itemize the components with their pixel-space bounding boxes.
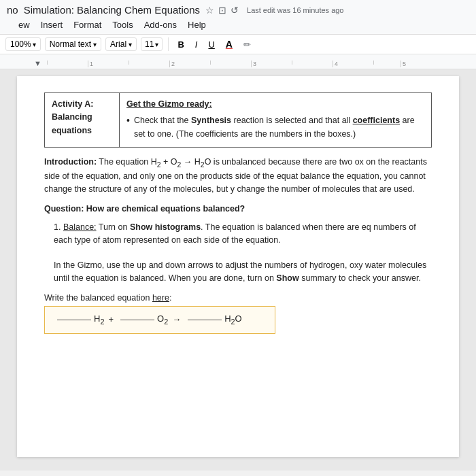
last-edit-text: Last edit was 16 minutes ago: [247, 6, 343, 14]
bullet-text-1: Check that the Synthesis reaction is sel…: [134, 114, 424, 141]
menu-insert[interactable]: Insert: [36, 18, 68, 31]
font-value: Arial: [110, 39, 126, 49]
activity-table: Activity A: Balancing equations Get the …: [44, 92, 432, 148]
mol-h2: H2: [94, 312, 104, 327]
menu-help[interactable]: Help: [183, 18, 211, 31]
menu-format[interactable]: Format: [69, 18, 106, 31]
toolbar-divider-1: [168, 37, 169, 51]
ruler-left-arrow: ▼: [34, 59, 41, 67]
numbered-item-1: 1. Balance: Turn on Show histograms. The…: [54, 221, 432, 285]
zoom-value: 100%: [10, 39, 31, 49]
star-icon[interactable]: ☆: [205, 5, 214, 16]
menu-ew[interactable]: ew: [14, 18, 35, 31]
no-prefix: no: [7, 4, 18, 16]
title-bar: no Simulation: Balancing Chem Equations …: [0, 0, 476, 35]
page-title: Simulation: Balancing Chem Equations: [24, 4, 200, 16]
menu-bar: ew Insert Format Tools Add-ons Help: [7, 17, 469, 34]
page: Activity A: Balancing equations Get the …: [17, 76, 459, 457]
balance-label: Balance:: [63, 222, 97, 232]
document-area: Activity A: Balancing equations Get the …: [0, 69, 476, 471]
font-chevron-icon: [129, 39, 132, 49]
intro-prefix: Introduction:: [44, 157, 97, 167]
color-a-button[interactable]: A: [222, 37, 236, 51]
bullet-item-1: • Check that the Synthesis reaction is s…: [126, 114, 424, 141]
blank-1: [57, 320, 91, 320]
color-a-label: A: [226, 39, 233, 50]
bold-button[interactable]: B: [174, 38, 187, 51]
refresh-icon[interactable]: ↺: [231, 5, 239, 16]
activity-label-line3: equations: [52, 126, 92, 135]
style-value: Normal text: [50, 39, 91, 49]
pencil-button[interactable]: ✏: [240, 38, 254, 51]
equation-section: Write the balanced equation here: H2 + O…: [44, 292, 432, 334]
menu-tools[interactable]: Tools: [107, 18, 137, 31]
coefficients-highlight: coefficients: [353, 116, 400, 125]
zoom-chevron-icon: [33, 39, 36, 49]
activity-label-line1: Activity A:: [52, 99, 93, 109]
plus-sign-1: +: [108, 313, 114, 326]
font-size-value: 11: [145, 39, 154, 49]
ruler-marks: 1 2 3 4 5: [47, 61, 471, 67]
blank-2: [120, 320, 154, 320]
show-bold: Show: [276, 273, 299, 283]
pencil-icon: ✏: [243, 39, 251, 50]
arrow-sign: →: [172, 313, 181, 326]
blank-3: [188, 320, 222, 320]
italic-button[interactable]: I: [192, 38, 201, 51]
mol-h2o: H2O: [224, 312, 242, 327]
question-paragraph: Question: How are chemical equations bal…: [44, 203, 432, 216]
here-underline: here: [152, 293, 169, 303]
zoom-dropdown[interactable]: 100%: [5, 37, 41, 51]
toolbar: 100% Normal text Arial 11 B I U A ✏: [0, 35, 476, 54]
ruler: ▼ 1 2 3 4 5: [0, 54, 476, 69]
intro-paragraph: Introduction: The equation H2 + O2 → H2O…: [44, 156, 432, 196]
style-dropdown[interactable]: Normal text: [45, 37, 101, 51]
folder-icon[interactable]: ⊡: [218, 5, 226, 16]
show-histograms-bold: Show histograms: [130, 222, 201, 232]
underline-button[interactable]: U: [205, 38, 218, 51]
activity-label-cell: Activity A: Balancing equations: [45, 93, 120, 148]
menu-addons[interactable]: Add-ons: [139, 18, 182, 31]
font-size-dropdown[interactable]: 11: [141, 37, 163, 51]
bullet-dot-1: •: [126, 114, 130, 141]
question-text: Question: How are chemical equations bal…: [44, 204, 245, 214]
gizmo-heading: Get the Gizmo ready:: [126, 99, 212, 109]
font-size-chevron-icon: [155, 39, 158, 49]
mol-o2: O2: [157, 312, 168, 327]
intro-text: The equation H2 + O2 → H2O is unbalanced…: [44, 157, 427, 194]
synthesis-bold: Synthesis: [191, 116, 231, 125]
style-chevron-icon: [93, 39, 97, 49]
write-equation-label: Write the balanced equation here:: [44, 292, 432, 305]
activity-content-cell: Get the Gizmo ready: • Check that the Sy…: [120, 93, 432, 148]
equation-box: H2 + O2 → H2O: [44, 306, 275, 333]
activity-label-line2: Balancing: [52, 112, 92, 122]
font-dropdown[interactable]: Arial: [105, 37, 137, 51]
